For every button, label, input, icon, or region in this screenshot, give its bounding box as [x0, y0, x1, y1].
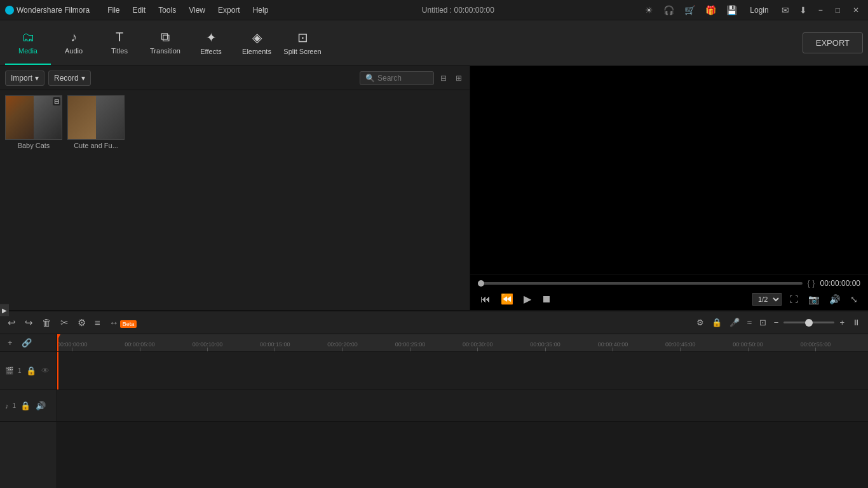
track-lock-button[interactable]: 🔒: [25, 365, 37, 376]
filter-button[interactable]: ⊟: [438, 72, 449, 84]
split-screen-icon: ⊡: [297, 30, 308, 45]
ruler-tick-label: 00:00:15:00: [260, 341, 290, 348]
list-item[interactable]: Cute and Fu...: [67, 95, 125, 149]
media-label: Baby Cats: [5, 142, 62, 149]
download-icon[interactable]: ⬇: [797, 4, 810, 17]
import-button[interactable]: Import ▾: [5, 71, 44, 86]
app-logo: [5, 6, 14, 15]
record-button[interactable]: Record ▾: [48, 71, 91, 86]
link-button[interactable]: 🔗: [19, 337, 34, 349]
step-back-button[interactable]: ⏮: [478, 292, 493, 306]
scissors-button[interactable]: ✂: [58, 316, 71, 330]
lock-button[interactable]: 🔒: [709, 316, 724, 329]
title-bar-right: ☀ 🎧 🛒 🎁 💾 Login ✉ ⬇ − □ ✕: [642, 4, 863, 17]
menu-tools[interactable]: Tools: [153, 3, 181, 17]
mic-button[interactable]: 🎤: [727, 316, 742, 329]
preview-area: [470, 66, 868, 274]
close-button[interactable]: ✕: [849, 4, 863, 16]
ruler: 00:00:00:0000:00:05:0000:00:10:0000:00:1…: [57, 334, 868, 352]
ripple-button[interactable]: ≡: [92, 316, 103, 329]
ruler-tick-line: [207, 348, 208, 351]
zoom-slider[interactable]: [783, 322, 834, 323]
login-button[interactable]: Login: [745, 4, 773, 16]
snapshot-button[interactable]: 📷: [806, 293, 822, 306]
record-chevron-icon: ▾: [81, 74, 85, 83]
import-chevron-icon: ▾: [35, 74, 39, 83]
grid-icon: ⊞: [456, 74, 462, 83]
app-name: Wondershare Filmora: [17, 6, 90, 15]
tool-effects[interactable]: ✦ Effects: [188, 22, 234, 65]
playhead-marker: [57, 334, 60, 341]
tool-elements[interactable]: ◈ Elements: [234, 22, 280, 65]
play-button[interactable]: ▶: [521, 292, 534, 306]
ruler-tick-label: 00:00:20:00: [327, 341, 358, 348]
delete-button[interactable]: 🗑: [39, 316, 54, 329]
list-item[interactable]: ⊟ Baby Cats: [5, 95, 62, 149]
tool-media[interactable]: 🗂 Media: [5, 22, 51, 65]
transform-button[interactable]: ⊡: [757, 316, 769, 329]
audio-mute-button[interactable]: 🔊: [35, 400, 46, 411]
beta-badge: Beta: [120, 320, 137, 328]
title-bar-left: Wondershare Filmora File Edit Tools View…: [5, 3, 273, 17]
quality-select[interactable]: 1/2: [752, 293, 782, 306]
ruler-tick-label: 00:00:40:00: [598, 341, 628, 348]
track-label-video: 🎬 1 🔒 👁: [0, 352, 57, 390]
audio-icon: ♪: [71, 30, 77, 44]
frame-back-button[interactable]: ⏪: [498, 292, 516, 306]
progress-handle[interactable]: [478, 280, 484, 287]
ruler-tick-label: 00:00:55:00: [801, 341, 831, 348]
track-visibility-button[interactable]: 👁: [41, 365, 50, 376]
zoom-out-button[interactable]: −: [771, 316, 782, 329]
tool-audio[interactable]: ♪ Audio: [51, 22, 97, 65]
stop-button[interactable]: ⏹: [539, 292, 554, 306]
ruler-tick-label: 00:00:30:00: [463, 341, 493, 348]
media-grid: ⊟ Baby Cats Cute and Fu...: [0, 90, 470, 310]
playhead-video: [57, 352, 58, 390]
pause-timeline-button[interactable]: ⏸: [850, 316, 863, 329]
title-center: Untitled : 00:00:00:00: [422, 6, 494, 15]
audio-stretch-button[interactable]: ↔Beta: [107, 316, 140, 329]
ruler-tick: 00:00:50:00: [733, 341, 763, 351]
cart-icon[interactable]: 🛒: [682, 4, 698, 17]
pip-button[interactable]: ⤡: [848, 293, 860, 306]
redo-button[interactable]: ↪: [22, 316, 36, 330]
undo-button[interactable]: ↩: [5, 316, 18, 330]
audio-lock-button[interactable]: 🔒: [20, 400, 31, 411]
menu-file[interactable]: File: [102, 3, 125, 17]
save-icon[interactable]: 💾: [724, 4, 740, 17]
message-icon[interactable]: ✉: [779, 4, 792, 17]
elements-icon: ◈: [252, 30, 262, 45]
timeline-toolbar: ↩ ↪ 🗑 ✂ ⚙ ≡ ↔Beta ⚙ 🔒 🎤 ≈ ⊡ − + ⏸: [0, 311, 868, 334]
fullscreen-preview-button[interactable]: ⛶: [787, 293, 801, 306]
maximize-button[interactable]: □: [832, 4, 844, 16]
volume-button[interactable]: 🔊: [827, 293, 843, 306]
progress-bar[interactable]: [478, 282, 803, 285]
search-input[interactable]: [377, 74, 428, 83]
headphones-icon[interactable]: 🎧: [661, 4, 677, 17]
menu-help[interactable]: Help: [248, 3, 274, 17]
audio-track-content: [57, 390, 868, 422]
tool-media-label: Media: [18, 47, 37, 55]
tool-transition[interactable]: ⧉ Transition: [142, 22, 188, 65]
gift-icon[interactable]: 🎁: [703, 4, 719, 17]
sun-icon[interactable]: ☀: [642, 4, 656, 17]
progress-brackets: { }: [808, 279, 815, 288]
add-media-button[interactable]: +: [5, 337, 15, 349]
tool-split-screen[interactable]: ⊡ Split Screen: [280, 22, 325, 65]
collapse-panel-button[interactable]: ▶: [0, 304, 9, 316]
minimize-button[interactable]: −: [815, 4, 827, 16]
settings-button[interactable]: ⚙: [75, 316, 88, 330]
menu-edit[interactable]: Edit: [128, 3, 151, 17]
export-button[interactable]: EXPORT: [803, 32, 863, 53]
ruler-tick: 00:00:35:00: [530, 341, 560, 351]
tool-titles[interactable]: T Titles: [97, 22, 142, 65]
tracks-area: [57, 352, 868, 488]
track-audio-label: 1: [13, 402, 17, 409]
tl-right-tools: ⚙ 🔒 🎤 ≈ ⊡ − + ⏸: [694, 316, 863, 329]
zoom-in-button[interactable]: +: [837, 316, 847, 329]
grid-view-button[interactable]: ⊞: [453, 72, 465, 84]
snap-button[interactable]: ⚙: [694, 316, 707, 329]
menu-export[interactable]: Export: [213, 3, 245, 17]
auto-normalize-button[interactable]: ≈: [745, 316, 754, 329]
menu-view[interactable]: View: [184, 3, 210, 17]
